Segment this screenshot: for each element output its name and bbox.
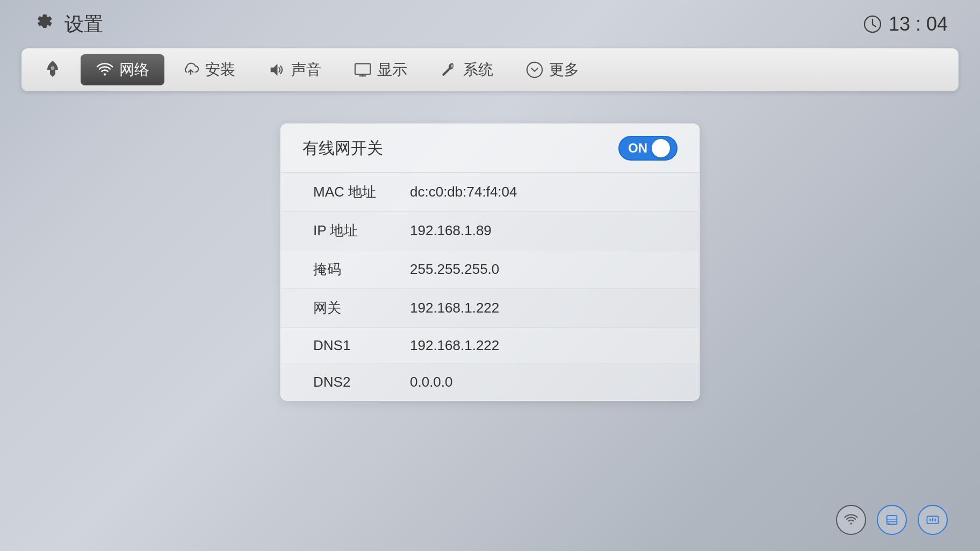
- svg-point-8: [888, 523, 889, 524]
- bottom-storage-icon: [884, 512, 899, 527]
- row-label-mac: MAC 地址: [313, 183, 410, 201]
- toggle-on-label: ON: [628, 141, 647, 156]
- gear-icon: [32, 12, 56, 36]
- bottom-storage-button[interactable]: [877, 505, 907, 535]
- row-value-mac: dc:c0:db:74:f4:04: [410, 184, 517, 200]
- row-label-dns1: DNS1: [313, 337, 410, 354]
- clock-icon: [863, 15, 882, 34]
- svg-rect-10: [929, 519, 931, 521]
- header-left: 设置: [32, 11, 103, 38]
- bottom-network-port-icon: [925, 512, 940, 527]
- nav-item-system[interactable]: 系统: [424, 54, 508, 85]
- svg-point-5: [527, 62, 542, 77]
- bottom-wifi-button[interactable]: [836, 505, 866, 535]
- nav-item-sound[interactable]: 声音: [253, 54, 336, 85]
- header-right: 13 : 04: [863, 13, 948, 35]
- svg-rect-12: [935, 519, 936, 521]
- nav-label-network: 网络: [119, 60, 149, 80]
- network-info-table: MAC 地址 dc:c0:db:74:f4:04 IP 地址 192.168.1…: [281, 172, 699, 400]
- cloud-upload-icon: [182, 61, 200, 79]
- svg-rect-3: [355, 64, 370, 75]
- wrench-icon: [439, 61, 458, 79]
- row-value-gateway: 192.168.1.222: [410, 300, 499, 316]
- table-row: 掩码 255.255.255.0: [281, 250, 699, 289]
- nav-label-system: 系统: [463, 60, 493, 80]
- table-row: DNS1 192.168.1.222: [281, 328, 699, 364]
- table-row: IP 地址 192.168.1.89: [281, 212, 699, 250]
- row-value-dns2: 0.0.0.0: [410, 374, 453, 390]
- toggle-circle: [652, 139, 670, 157]
- nav-label-display: 显示: [377, 60, 407, 80]
- monitor-icon: [354, 61, 372, 79]
- bottom-icons: [836, 505, 948, 535]
- nav-label-sound: 声音: [291, 60, 321, 80]
- bottom-wifi-icon: [844, 512, 859, 527]
- nav-item-quick[interactable]: [27, 54, 78, 86]
- row-value-mask: 255.255.255.0: [410, 261, 499, 278]
- wired-toggle-switch[interactable]: ON: [618, 136, 678, 161]
- nav-bar: 网络 安装 声音 显示 系统: [21, 48, 959, 91]
- svg-rect-7: [887, 516, 897, 524]
- wired-toggle-row: 有线网开关 ON: [281, 124, 699, 172]
- row-value-dns1: 192.168.1.222: [410, 337, 499, 354]
- row-label-ip: IP 地址: [313, 221, 410, 240]
- main-content: 有线网开关 ON MAC 地址 dc:c0:db:74:f4:04 IP 地址 …: [0, 107, 980, 551]
- nav-item-display[interactable]: 显示: [338, 54, 422, 85]
- row-value-ip: 192.168.1.89: [410, 222, 492, 239]
- page-title: 设置: [64, 11, 103, 38]
- svg-point-1: [51, 66, 55, 70]
- wired-switch-label: 有线网开关: [302, 137, 383, 160]
- wifi-icon: [96, 61, 114, 79]
- svg-point-4: [451, 64, 454, 68]
- svg-rect-11: [932, 518, 933, 521]
- time-display: 13 : 04: [889, 13, 948, 35]
- nav-label-more: 更多: [549, 60, 579, 80]
- nav-label-install: 安装: [205, 60, 235, 80]
- table-row: DNS2 0.0.0.0: [281, 364, 699, 400]
- nav-item-install[interactable]: 安装: [167, 54, 250, 85]
- svg-point-6: [850, 523, 852, 525]
- svg-point-2: [104, 73, 106, 75]
- bottom-network-port-button[interactable]: [918, 505, 948, 535]
- table-row: MAC 地址 dc:c0:db:74:f4:04: [281, 173, 699, 212]
- network-panel: 有线网开关 ON MAC 地址 dc:c0:db:74:f4:04 IP 地址 …: [280, 124, 700, 401]
- row-label-gateway: 网关: [313, 299, 410, 317]
- rocket-icon: [42, 59, 63, 81]
- row-label-mask: 掩码: [313, 260, 410, 279]
- chevron-down-icon: [525, 61, 544, 79]
- nav-item-more[interactable]: 更多: [510, 54, 594, 85]
- header: 设置 13 : 04: [0, 0, 980, 48]
- table-row: 网关 192.168.1.222: [281, 289, 699, 328]
- volume-icon: [268, 61, 286, 79]
- nav-item-network[interactable]: 网络: [81, 54, 164, 85]
- row-label-dns2: DNS2: [313, 374, 410, 390]
